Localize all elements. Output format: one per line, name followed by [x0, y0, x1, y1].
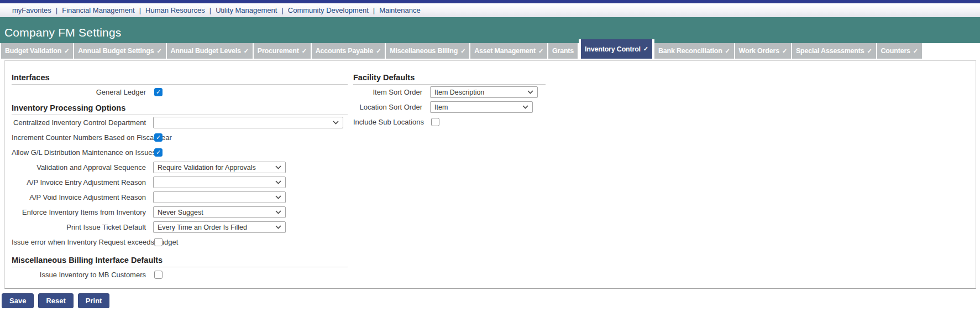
tab-work-orders[interactable]: Work Orders✓: [735, 43, 792, 59]
tab-label: Accounts Payable: [316, 47, 373, 55]
menu-item-human-resources[interactable]: Human Resources: [142, 6, 209, 14]
tab-check-icon: ✓: [460, 48, 465, 55]
menu-item-maintenance[interactable]: Maintenance: [375, 6, 424, 14]
tab-special-assessments[interactable]: Special Assessments✓: [792, 43, 877, 59]
form-row: Enforce Inventory Items from Inventory N…: [12, 205, 348, 220]
tab-check-icon: ✓: [643, 45, 648, 53]
form-row: Print Issue Ticket Default Every Time an…: [12, 220, 348, 235]
chevron-down-icon: [275, 210, 281, 214]
ap-invoice-entry-adjustment-reason-select[interactable]: [153, 177, 286, 188]
form-row: A/P Invoice Entry Adjustment Reason: [12, 175, 348, 190]
menu-item-financial-management[interactable]: Financial Management: [58, 6, 139, 14]
select-value: Require Validation for Approvals: [158, 164, 256, 172]
tab-check-icon: ✓: [64, 48, 69, 55]
tab-label: Miscellaneous Billing: [390, 47, 458, 55]
form-row: Include Sub Locations: [353, 115, 546, 129]
chevron-down-icon: [522, 105, 528, 109]
tab-grants[interactable]: Grants: [548, 43, 579, 59]
include-sub-locations-checkbox[interactable]: [431, 118, 439, 126]
section-interfaces: Interfaces General Ledger ✓: [12, 72, 348, 100]
section-title: Interfaces: [12, 72, 348, 83]
form-row: A/P Void Invoice Adjustment Reason: [12, 190, 348, 205]
print-button[interactable]: Print: [78, 293, 110, 308]
menu-item-utility-management[interactable]: Utility Management: [212, 6, 281, 14]
form-row: Issue error when Inventory Request excee…: [12, 235, 348, 250]
tab-label: Annual Budget Levels: [171, 47, 241, 55]
chevron-down-icon: [275, 225, 281, 229]
field-label: Enforce Inventory Items from Inventory: [12, 208, 146, 216]
tab-label: Inventory Control: [585, 45, 641, 53]
form-row: General Ledger ✓: [12, 85, 348, 100]
issue-error-budget-checkbox[interactable]: [154, 238, 163, 246]
tab-check-icon: ✓: [376, 48, 381, 55]
section-miscellaneous-billing-interface-defaults: Miscellaneous Billing Interface Defaults…: [12, 255, 348, 282]
form-row: Validation and Approval Sequence Require…: [12, 160, 348, 175]
tab-check-icon: ✓: [867, 48, 872, 55]
tab-counters[interactable]: Counters✓: [877, 43, 923, 59]
select-value: Item: [434, 103, 448, 111]
form-row: Increment Counter Numbers Based on Fisca…: [12, 130, 348, 145]
field-label: Item Sort Order: [353, 88, 422, 96]
form-row: Centralized Inventory Control Department: [12, 115, 348, 130]
field-label: Include Sub Locations: [353, 118, 422, 126]
field-label: Issue Inventory to MB Customers: [12, 271, 146, 279]
main-menu-bar: myFavorites | Financial Management | Hum…: [0, 3, 980, 17]
field-label: Location Sort Order: [353, 103, 422, 111]
settings-tab-bar: Budget Validation✓ Annual Budget Setting…: [0, 43, 980, 59]
tab-check-icon: ✓: [538, 48, 543, 55]
tab-annual-budget-settings[interactable]: Annual Budget Settings✓: [74, 43, 166, 59]
tab-check-icon: ✓: [725, 48, 730, 55]
issue-inventory-mb-customers-checkbox[interactable]: [154, 271, 163, 279]
tab-label: Special Assessments: [796, 47, 864, 55]
section-title: Miscellaneous Billing Interface Defaults: [12, 255, 348, 266]
field-label: Print Issue Ticket Default: [12, 223, 146, 231]
chevron-down-icon: [333, 121, 339, 125]
field-label: Allow G/L Distribution Maintenance on Is…: [12, 148, 146, 157]
tab-check-icon: ✓: [913, 48, 918, 55]
select-value: Never Suggest: [158, 209, 203, 216]
field-label: Validation and Approval Sequence: [12, 163, 146, 172]
tab-miscellaneous-billing[interactable]: Miscellaneous Billing✓: [386, 43, 470, 59]
tab-label: Bank Reconciliation: [658, 47, 722, 55]
right-column: Facility Defaults Item Sort Order Item D…: [353, 61, 546, 129]
enforce-inventory-items-select[interactable]: Never Suggest: [153, 206, 286, 218]
section-facility-defaults: Facility Defaults Item Sort Order Item D…: [353, 72, 546, 129]
page-title: Company FM Settings: [0, 26, 122, 43]
left-column: Interfaces General Ledger ✓ Inventory Pr…: [12, 61, 348, 282]
chevron-down-icon: [275, 180, 281, 184]
reset-button[interactable]: Reset: [38, 293, 73, 308]
item-sort-order-select[interactable]: Item Description: [430, 86, 538, 98]
form-row: Issue Inventory to MB Customers: [12, 267, 348, 282]
settings-panel: Interfaces General Ledger ✓ Inventory Pr…: [4, 60, 976, 289]
general-ledger-checkbox[interactable]: ✓: [154, 88, 163, 96]
tab-label: Budget Validation: [5, 47, 61, 55]
field-label: Increment Counter Numbers Based on Fisca…: [12, 133, 146, 142]
chevron-down-icon: [275, 165, 281, 169]
chevron-down-icon: [275, 195, 281, 199]
menu-item-myfavorites[interactable]: myFavorites: [8, 6, 55, 14]
section-title: Facility Defaults: [353, 72, 546, 83]
ap-void-invoice-adjustment-reason-select[interactable]: [153, 191, 286, 203]
tab-asset-management[interactable]: Asset Management✓: [470, 43, 548, 59]
centralized-inventory-control-department-select[interactable]: [153, 117, 343, 128]
tab-inventory-control[interactable]: Inventory Control✓: [579, 39, 654, 59]
select-value: Every Time an Order Is Filled: [158, 224, 247, 231]
tab-check-icon: ✓: [244, 48, 249, 55]
tab-procurement[interactable]: Procurement✓: [254, 43, 312, 59]
tab-label: Procurement: [258, 47, 299, 55]
increment-counter-numbers-checkbox[interactable]: ✓: [154, 133, 163, 142]
print-issue-ticket-default-select[interactable]: Every Time an Order Is Filled: [153, 221, 286, 233]
save-button[interactable]: Save: [2, 293, 34, 308]
tab-bank-reconciliation[interactable]: Bank Reconciliation✓: [654, 43, 735, 59]
tab-annual-budget-levels[interactable]: Annual Budget Levels✓: [167, 43, 254, 59]
location-sort-order-select[interactable]: Item: [430, 101, 533, 113]
tab-budget-validation[interactable]: Budget Validation✓: [1, 43, 74, 59]
chevron-down-icon: [527, 90, 533, 94]
menu-item-community-development[interactable]: Community Development: [284, 6, 373, 14]
page-header: Company FM Settings: [0, 17, 980, 43]
select-value: Item Description: [434, 89, 484, 96]
allow-gl-distribution-checkbox[interactable]: ✓: [154, 148, 163, 157]
tab-check-icon: ✓: [156, 48, 161, 55]
validation-and-approval-sequence-select[interactable]: Require Validation for Approvals: [153, 162, 286, 173]
tab-accounts-payable[interactable]: Accounts Payable✓: [312, 43, 386, 59]
